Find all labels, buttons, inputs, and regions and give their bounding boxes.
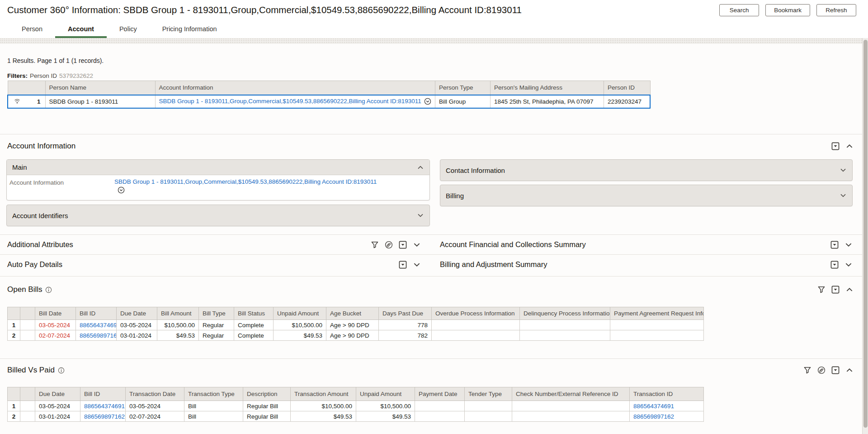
bookmark-button[interactable]: Bookmark [765,4,810,16]
account-identifiers-panel[interactable]: Account Identifiers [6,205,430,226]
cell-link[interactable]: 886569897162 [80,332,117,339]
zone-menu-icon[interactable] [831,286,840,294]
attachment-icon[interactable] [385,241,393,249]
filters-label: Filters: [7,72,28,79]
row-link-icon[interactable] [20,320,35,330]
column-header: Bill ID [76,307,117,320]
contact-information-panel-title: Contact Information [446,167,505,174]
column-header: Check Number/External Reference ID [512,387,630,401]
table-cell: $49.53 [291,411,356,422]
zone-menu-icon[interactable] [399,261,407,269]
column-header: Tender Type [465,387,512,401]
collapse-section-icon[interactable] [845,366,854,374]
column-header: Payment Date [415,387,465,401]
expand-panel-icon[interactable] [417,212,424,219]
info-icon[interactable] [58,367,65,374]
zone-menu-icon[interactable] [399,241,407,249]
account-information-link[interactable]: SBDB Group 1 - 8193011,Group,Commercial,… [159,98,421,105]
table-cell: 02-07-2024 [35,330,76,341]
expand-panel-icon[interactable] [840,167,847,174]
row-link-icon[interactable] [20,401,35,411]
column-header-mailing-address: Person's Mailing Address [490,81,604,95]
table-cell: $10,500.00 [274,320,326,330]
table-cell: Regular Bill [243,411,291,422]
table-cell: $49.53 [274,330,326,341]
filter-icon[interactable] [371,241,379,249]
main-panel-header[interactable]: Main [7,160,429,175]
table-row: 103-05-202488656437469103-05-2024BillReg… [8,401,704,411]
billing-panel-title: Billing [446,192,464,200]
collapse-panel-icon[interactable] [417,164,424,171]
expand-section-icon[interactable] [844,261,853,269]
zone-menu-icon[interactable] [830,261,839,269]
column-header-person-id: Person ID [604,81,650,95]
expand-panel-icon[interactable] [840,192,847,199]
table-cell: $10,500.00 [157,320,199,330]
mailing-address-cell: 1845 25th St, Philadephia, PA 07097 [490,95,604,108]
column-header-person-type: Person Type [435,81,490,95]
search-button[interactable]: Search [719,4,759,16]
table-cell [415,411,465,422]
row-number: 1 [37,98,41,105]
account-information-link[interactable]: SBDB Group 1 - 8193011,Group,Commercial,… [114,178,377,185]
filter-icon[interactable] [803,366,811,374]
row-link-icon[interactable] [20,330,35,341]
content-top-band [0,38,862,44]
expand-section-icon[interactable] [844,241,853,249]
column-header [8,387,20,401]
info-icon[interactable] [45,286,52,293]
table-cell [610,330,704,341]
billed-vs-paid-section-header: Billed Vs Paid [7,362,854,378]
table-cell: 886564374691 [80,401,126,411]
zone-menu-icon[interactable] [831,142,840,150]
tab-account[interactable]: Account [55,20,107,38]
collapse-section-icon[interactable] [845,286,854,294]
zone-menu-icon[interactable] [831,366,840,374]
vertical-scrollbar[interactable] [862,38,868,434]
table-cell: 778 [379,320,432,330]
filter-icon[interactable] [817,286,826,294]
cell-link[interactable]: 886569897162 [633,413,674,420]
broadcast-icon[interactable] [14,98,21,105]
table-cell: 03-05-2024 [35,401,80,411]
attachment-icon[interactable] [817,366,826,374]
open-bills-section-header: Open Bills [7,281,854,298]
context-menu-icon[interactable] [118,186,125,194]
account-information-section-header: Account Information [7,138,854,154]
scrollbar-thumb[interactable] [863,40,868,428]
cell-link[interactable]: 886564374691 [633,403,674,410]
cell-link[interactable]: 886564374691 [84,403,125,410]
top-bar: Customer 360° Information: SBDB Group 1 … [0,0,868,20]
tab-pricing-information[interactable]: Pricing Information [150,20,230,38]
context-menu-icon[interactable] [424,98,431,105]
cell-link[interactable]: 886569897162 [84,413,125,420]
column-header: Due Date [35,387,80,401]
table-cell: $10,500.00 [356,401,415,411]
main-panel: Main Account Information SBDB Group 1 - … [6,159,430,200]
result-row-selected[interactable]: 1 SBDB Group 1 - 8193011 SBDB Group 1 - … [8,95,650,108]
zone-menu-icon[interactable] [830,241,839,249]
table-cell: 886564374691 [76,320,117,330]
tab-policy[interactable]: Policy [107,20,150,38]
billing-panel[interactable]: Billing [440,185,853,206]
tab-person[interactable]: Person [9,20,55,38]
column-header: Transaction Date [126,387,184,401]
contact-information-panel[interactable]: Contact Information [440,159,853,181]
column-header: Transaction Amount [291,387,356,401]
table-row: 203-01-202488656989716202-07-2024BillReg… [8,411,704,422]
account-financial-summary-section: Account Financial and Collections Summar… [440,235,853,254]
expand-section-icon[interactable] [413,261,421,269]
collapse-section-icon[interactable] [845,142,854,150]
expand-section-icon[interactable] [413,241,421,249]
billed-vs-paid-table: Due DateBill IDTransaction DateTransacti… [7,387,704,422]
row-link-icon[interactable] [20,411,35,422]
table-cell [512,401,630,411]
customer-360-page: Customer 360° Information: SBDB Group 1 … [0,0,868,434]
column-header [20,307,35,320]
column-header: Bill Date [35,307,76,320]
cell-link[interactable]: 886564374691 [80,322,117,329]
account-information-section-title: Account Information [7,142,75,151]
table-header-row: Bill DateBill IDDue DateBill AmountBill … [8,307,704,320]
table-cell [432,320,520,330]
refresh-button[interactable]: Refresh [816,4,856,16]
